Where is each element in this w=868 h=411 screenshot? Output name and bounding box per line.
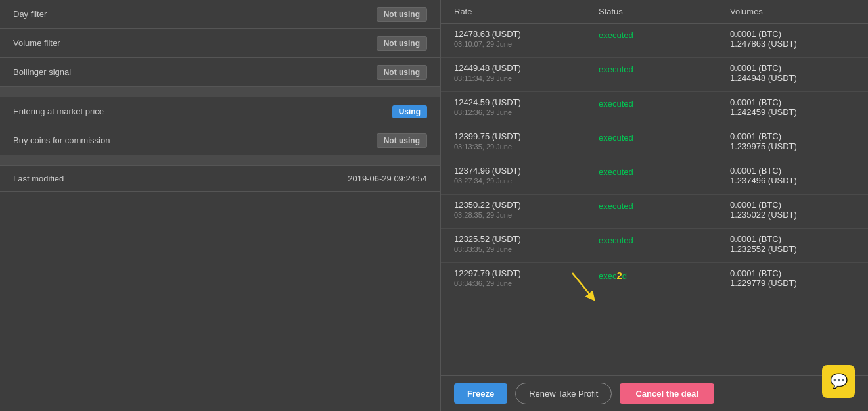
- buy-coins-label: Buy coins for commission: [13, 135, 377, 145]
- status-value: executed: [599, 30, 633, 40]
- table-row: 12424.59 (USDT) 03:12:36, 29 June execut…: [441, 92, 868, 126]
- table-row: 12325.52 (USDT) 03:33:35, 29 June execut…: [441, 229, 868, 263]
- bollinger-filter-badge: Not using: [377, 65, 427, 80]
- status-value: executed: [599, 64, 633, 74]
- day-filter-row: Day filter Not using: [0, 0, 440, 29]
- market-price-row: Entering at market price Using: [0, 97, 440, 126]
- market-price-badge: Using: [392, 105, 427, 118]
- chat-icon: 💬: [830, 373, 848, 390]
- vol-line-2: 1.237496 (USDT): [730, 176, 855, 185]
- table-row: 12449.48 (USDT) 03:11:34, 29 June execut…: [441, 58, 868, 92]
- table-row: 12478.63 (USDT) 03:10:07, 29 June execut…: [441, 24, 868, 58]
- status-value: executed: [599, 99, 633, 109]
- volumes-cell: 0.0001 (BTC) 1.247863 (USDT): [730, 29, 855, 49]
- buy-coins-row: Buy coins for commission Not using: [0, 126, 440, 155]
- status-cell: exec2d: [599, 268, 730, 281]
- table-row: 12350.22 (USDT) 03:28:35, 29 June execut…: [441, 195, 868, 229]
- rate-value: 12478.63 (USDT): [454, 29, 599, 39]
- vol-line-2: 1.244948 (USDT): [730, 73, 855, 83]
- rate-time: 03:27:34, 29 June: [454, 177, 599, 185]
- status-cell: executed: [599, 132, 730, 143]
- status-value: executed: [599, 235, 633, 245]
- volume-filter-label: Volume filter: [13, 38, 377, 48]
- col-volumes-header: Volumes: [730, 7, 855, 16]
- vol-line-1: 0.0001 (BTC): [730, 200, 855, 210]
- vol-line-1: 0.0001 (BTC): [730, 166, 855, 176]
- rate-time: 03:10:07, 29 June: [454, 40, 599, 48]
- highlight-2: 2: [616, 270, 622, 281]
- arrow-annotation: [566, 270, 605, 302]
- rate-value: 12424.59 (USDT): [454, 97, 599, 107]
- freeze-button[interactable]: Freeze: [454, 383, 507, 404]
- rate-value: 12399.75 (USDT): [454, 132, 599, 141]
- cancel-deal-button[interactable]: Cancel the deal: [620, 383, 714, 404]
- table-row: 12374.96 (USDT) 03:27:34, 29 June execut…: [441, 160, 868, 195]
- vol-line-1: 0.0001 (BTC): [730, 29, 855, 39]
- volume-filter-row: Volume filter Not using: [0, 29, 440, 58]
- status-value: executed: [599, 167, 633, 177]
- table-row-last: 12297.79 (USDT) 03:34:36, 29 June exec2d…: [441, 263, 868, 297]
- divider-1: [0, 87, 440, 97]
- volumes-cell: 0.0001 (BTC) 1.229779 (USDT): [730, 268, 855, 288]
- bottom-bar: Freeze Renew Take Profit Cancel the deal: [441, 375, 868, 411]
- rate-time: 03:13:35, 29 June: [454, 143, 599, 151]
- market-price-label: Entering at market price: [13, 107, 392, 116]
- rate-value: 12449.48 (USDT): [454, 63, 599, 73]
- table-header: Rate Status Volumes: [441, 0, 868, 24]
- volumes-cell: 0.0001 (BTC) 1.232552 (USDT): [730, 234, 855, 254]
- table-row: 12399.75 (USDT) 03:13:35, 29 June execut…: [441, 126, 868, 160]
- volumes-cell: 0.0001 (BTC) 1.237496 (USDT): [730, 166, 855, 185]
- vol-line-2: 1.235022 (USDT): [730, 210, 855, 220]
- bollinger-filter-row: Bollinger signal Not using: [0, 58, 440, 87]
- rate-time: 03:11:34, 29 June: [454, 74, 599, 82]
- renew-take-profit-button[interactable]: Renew Take Profit: [515, 383, 612, 404]
- status-value: executed: [599, 133, 633, 143]
- volumes-cell: 0.0001 (BTC) 1.235022 (USDT): [730, 200, 855, 220]
- day-filter-label: Day filter: [13, 9, 377, 19]
- rate-value: 12374.96 (USDT): [454, 166, 599, 176]
- last-modified-label: Last modified: [13, 174, 348, 183]
- chat-button[interactable]: 💬: [822, 365, 855, 398]
- status-cell: executed: [599, 63, 730, 74]
- last-modified-value: 2019-06-29 09:24:54: [348, 174, 427, 183]
- vol-line-2: 1.229779 (USDT): [730, 278, 855, 288]
- rate-cell: 12478.63 (USDT) 03:10:07, 29 June: [454, 29, 599, 48]
- vol-line-1: 0.0001 (BTC): [730, 268, 855, 278]
- svg-line-1: [572, 273, 592, 297]
- volumes-cell: 0.0001 (BTC) 1.242459 (USDT): [730, 97, 855, 117]
- status-cell: executed: [599, 200, 730, 211]
- status-cell: executed: [599, 234, 730, 245]
- buy-coins-badge: Not using: [377, 133, 427, 148]
- status-cell: executed: [599, 97, 730, 109]
- divider-2: [0, 155, 440, 166]
- rate-cell: 12449.48 (USDT) 03:11:34, 29 June: [454, 63, 599, 82]
- rate-time: 03:33:35, 29 June: [454, 245, 599, 253]
- rate-cell: 12350.22 (USDT) 03:28:35, 29 June: [454, 200, 599, 219]
- vol-line-2: 1.247863 (USDT): [730, 39, 855, 49]
- vol-line-1: 0.0001 (BTC): [730, 132, 855, 141]
- last-modified-row: Last modified 2019-06-29 09:24:54: [0, 166, 440, 192]
- rate-time: 03:28:35, 29 June: [454, 211, 599, 219]
- rate-cell: 12399.75 (USDT) 03:13:35, 29 June: [454, 132, 599, 151]
- left-panel: Day filter Not using Volume filter Not u…: [0, 0, 440, 411]
- col-rate-header: Rate: [454, 7, 599, 16]
- rate-cell: 12424.59 (USDT) 03:12:36, 29 June: [454, 97, 599, 116]
- vol-line-1: 0.0001 (BTC): [730, 63, 855, 73]
- volume-filter-badge: Not using: [377, 36, 427, 51]
- status-cell: executed: [599, 166, 730, 177]
- rate-cell: 12325.52 (USDT) 03:33:35, 29 June: [454, 234, 599, 253]
- col-status-header: Status: [599, 7, 730, 16]
- rate-value: 12325.52 (USDT): [454, 234, 599, 244]
- day-filter-badge: Not using: [377, 7, 427, 22]
- right-panel: Rate Status Volumes 12478.63 (USDT) 03:1…: [440, 0, 868, 411]
- volumes-cell: 0.0001 (BTC) 1.239975 (USDT): [730, 132, 855, 151]
- bollinger-filter-label: Bollinger signal: [13, 67, 377, 77]
- status-cell: executed: [599, 29, 730, 40]
- vol-line-2: 1.232552 (USDT): [730, 244, 855, 254]
- rate-cell: 12374.96 (USDT) 03:27:34, 29 June: [454, 166, 599, 185]
- vol-line-1: 0.0001 (BTC): [730, 234, 855, 244]
- rate-time: 03:12:36, 29 June: [454, 109, 599, 116]
- rate-value: 12350.22 (USDT): [454, 200, 599, 210]
- volumes-cell: 0.0001 (BTC) 1.244948 (USDT): [730, 63, 855, 83]
- vol-line-2: 1.239975 (USDT): [730, 141, 855, 151]
